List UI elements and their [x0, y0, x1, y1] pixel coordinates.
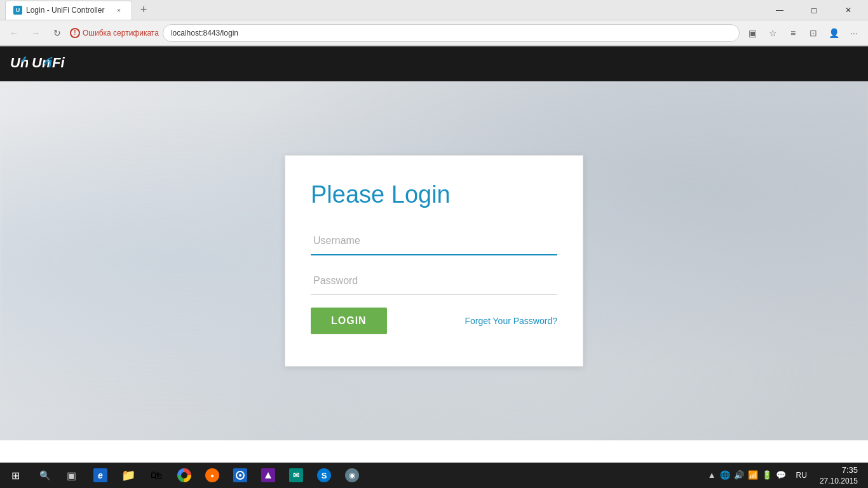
title-bar: U Login - UniFi Controller × + — ◻ ✕: [0, 0, 868, 20]
app6-icon: [233, 468, 247, 482]
taskbar-app-6[interactable]: [226, 463, 254, 488]
language-indicator[interactable]: RU: [792, 471, 811, 480]
minimize-button[interactable]: —: [765, 0, 794, 20]
unifi-logo: Un Un i Fi: [10, 52, 75, 76]
cert-warning-icon: !: [70, 28, 80, 38]
maximize-button[interactable]: ◻: [799, 0, 829, 20]
address-input[interactable]: [163, 24, 740, 42]
cert-warning-text: Ошибка сертификата: [83, 29, 159, 37]
file-explorer-icon: 📁: [121, 468, 135, 482]
system-tray: ▲ 🌐 🔊 📶 🔋 💬: [703, 470, 791, 480]
tray-wifi-icon[interactable]: 📶: [748, 470, 758, 480]
skype-icon: S: [317, 468, 331, 482]
chrome-icon: [177, 468, 191, 482]
edge-icon: e: [93, 468, 107, 482]
taskbar-apps: e 📁 🛍 ●: [86, 463, 703, 488]
page-content: Please Login LOGIN Forget Your Password?: [0, 81, 868, 440]
wifi-icon: Un: [10, 53, 28, 74]
app-header: Un Un i Fi: [0, 46, 868, 81]
taskbar: ⊞ 🔍 ▣ e 📁 🛍 ●: [0, 463, 868, 488]
taskbar-right: ▲ 🌐 🔊 📶 🔋 💬 RU 7:35 27.10.2015: [703, 464, 868, 487]
browser-chrome: U Login - UniFi Controller × + — ◻ ✕ ← →…: [0, 0, 868, 46]
taskbar-app-10[interactable]: ◉: [338, 463, 366, 488]
task-view-button[interactable]: ▣: [58, 463, 84, 488]
cert-warning[interactable]: ! Ошибка сертификата: [70, 28, 159, 38]
back-button[interactable]: ←: [5, 24, 23, 42]
login-actions: LOGIN Forget Your Password?: [311, 308, 557, 334]
close-button[interactable]: ✕: [834, 0, 863, 20]
start-button[interactable]: ⊞: [0, 463, 31, 488]
password-input[interactable]: [311, 267, 557, 295]
app5-icon: ●: [205, 468, 219, 482]
svg-text:Fi: Fi: [52, 55, 65, 71]
taskbar-app-file-explorer[interactable]: 📁: [114, 463, 142, 488]
taskbar-app-5[interactable]: ●: [198, 463, 226, 488]
refresh-button[interactable]: ↻: [48, 24, 66, 42]
username-input[interactable]: [311, 227, 557, 255]
tray-arrow-icon[interactable]: ▲: [708, 470, 716, 480]
tray-chat-icon[interactable]: 💬: [776, 470, 786, 480]
tray-network-icon[interactable]: 🌐: [720, 470, 730, 480]
taskbar-app-7[interactable]: [254, 463, 282, 488]
tray-volume-icon[interactable]: 🔊: [734, 470, 744, 480]
svg-point-5: [239, 474, 241, 477]
taskbar-app-skype[interactable]: S: [310, 463, 338, 488]
taskbar-app-chrome[interactable]: [170, 463, 198, 488]
window-controls: — ◻ ✕: [765, 0, 863, 20]
store-icon: 🛍: [151, 469, 162, 482]
system-clock[interactable]: 7:35 27.10.2015: [812, 464, 865, 487]
active-tab[interactable]: U Login - UniFi Controller ×: [5, 1, 132, 20]
close-tab-button[interactable]: ×: [114, 5, 124, 15]
login-title: Please Login: [311, 181, 557, 208]
tray-battery-icon[interactable]: 🔋: [762, 470, 772, 480]
taskbar-app-store[interactable]: 🛍: [142, 463, 170, 488]
app7-icon: [261, 468, 275, 482]
tab-favicon: U: [13, 6, 22, 15]
app8-icon: ✉: [289, 468, 303, 482]
forgot-password-link[interactable]: Forget Your Password?: [465, 316, 557, 326]
bookmark-icon[interactable]: ☆: [764, 24, 782, 42]
reader-view-icon[interactable]: ▣: [743, 24, 761, 42]
new-tab-button[interactable]: +: [135, 1, 153, 19]
address-bar: ← → ↻ ! Ошибка сертификата ▣ ☆ ≡ ⊡ 👤 ···: [0, 20, 868, 46]
tab-title-text: Login - UniFi Controller: [26, 6, 110, 15]
logo-text: Un i Fi: [31, 52, 75, 76]
app10-icon: ◉: [345, 468, 359, 482]
menu-icon[interactable]: ≡: [784, 24, 802, 42]
more-options-icon[interactable]: ···: [845, 24, 863, 42]
toolbar-icons: ▣ ☆ ≡ ⊡ 👤 ···: [743, 24, 863, 42]
clock-date: 27.10.2015: [820, 476, 858, 487]
new-window-icon[interactable]: ⊡: [804, 24, 822, 42]
clock-time: 7:35: [820, 464, 858, 476]
taskbar-app-8[interactable]: ✉: [282, 463, 310, 488]
forward-button[interactable]: →: [27, 24, 44, 42]
taskbar-app-edge[interactable]: e: [86, 463, 114, 488]
login-card: Please Login LOGIN Forget Your Password?: [285, 155, 583, 367]
profile-icon[interactable]: 👤: [825, 24, 843, 42]
search-button[interactable]: 🔍: [31, 463, 58, 488]
tab-bar: U Login - UniFi Controller × +: [5, 1, 153, 20]
login-button[interactable]: LOGIN: [311, 308, 387, 334]
